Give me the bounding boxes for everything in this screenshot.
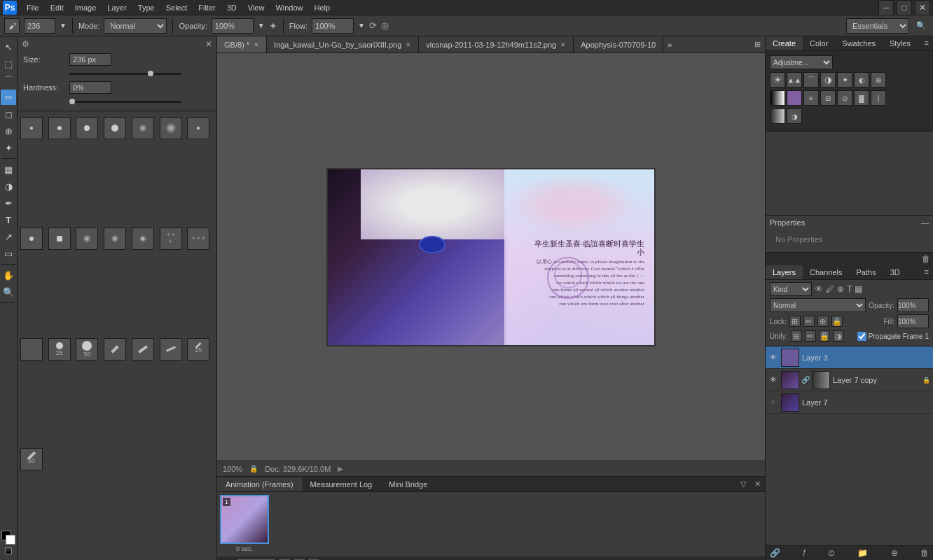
canvas-area[interactable]: 卒生新生圣喜·临誼喜断时喜学生小 以 用心 to carefully come,… (217, 53, 765, 461)
status-arrow[interactable]: ▶ (338, 465, 343, 472)
tab-swatches[interactable]: Swatches (835, 36, 883, 50)
frame-1-thumb[interactable]: 1 (220, 495, 269, 544)
tool-gradient[interactable]: ▦ (1, 162, 16, 177)
brush-preset-16[interactable]: 25 (48, 338, 71, 360)
tab-color[interactable]: Color (803, 36, 835, 50)
link-layers-btn[interactable]: 🔗 (770, 548, 780, 558)
menu-edit[interactable]: Edit (45, 2, 69, 13)
tab-create[interactable]: Create (766, 36, 803, 50)
adjustments-preset-select[interactable]: Adjustme... (770, 55, 833, 69)
tool-shape[interactable]: ▭ (1, 246, 16, 261)
bottom-panel-close[interactable]: ✕ (750, 477, 765, 491)
tab-overflow[interactable]: » (663, 38, 676, 52)
menu-window[interactable]: Window (270, 2, 308, 13)
tool-healing[interactable]: ✦ (1, 140, 16, 155)
frame-time[interactable]: 0 sec. (236, 545, 253, 552)
toggle-brush-panel[interactable]: ▼ (60, 22, 67, 29)
adj-brightness[interactable]: ☀ (770, 72, 785, 88)
adj-photo-filter[interactable] (787, 90, 802, 106)
brush-preset-8[interactable] (20, 227, 43, 250)
zoom-mode-icon[interactable]: 🔒 (249, 465, 258, 472)
tab-close-2[interactable]: ✕ (560, 41, 566, 48)
tool-move[interactable]: ↖ (1, 39, 16, 55)
tab-mini-bridge[interactable]: Mini Bridge (380, 477, 436, 491)
adj-color-balance[interactable]: ⊕ (871, 72, 886, 88)
minimize-button[interactable]: ─ (878, 0, 894, 15)
tool-hand[interactable]: ✋ (1, 267, 16, 283)
tool-path-select[interactable]: ↗ (1, 229, 16, 244)
fill-input[interactable] (897, 314, 929, 328)
adj-black-white[interactable] (770, 90, 785, 106)
tab-channels[interactable]: Channels (803, 265, 849, 279)
background-color[interactable] (6, 535, 15, 545)
quick-mask-icon[interactable] (5, 547, 12, 554)
smoothing-icon[interactable]: ⟳ (369, 20, 377, 31)
menu-layer[interactable]: Layer (102, 2, 132, 13)
brush-size-input[interactable] (24, 18, 55, 34)
menu-image[interactable]: Image (69, 2, 102, 13)
layer-blend-mode-select[interactable]: Normal (770, 298, 866, 312)
close-button[interactable]: ✕ (915, 0, 930, 15)
tab-apophysis[interactable]: Apophysis-070709-10 (574, 36, 663, 52)
tool-eraser[interactable]: ◻ (1, 106, 16, 122)
tool-pen[interactable]: ✒ (1, 195, 16, 211)
brush-preset-7[interactable] (187, 117, 209, 139)
adj-posterize[interactable]: ▓ (854, 90, 869, 106)
fg-bg-colors[interactable] (1, 531, 15, 545)
create-group-btn[interactable]: 📁 (857, 548, 868, 558)
layer-filter-icon[interactable]: ▦ (855, 284, 862, 294)
unify-position-btn[interactable]: ⊞ (791, 330, 802, 342)
menu-type[interactable]: Type (132, 2, 160, 13)
layer-7-copy-visibility[interactable]: 👁 (768, 375, 778, 385)
menu-filter[interactable]: Filter (193, 2, 221, 13)
tab-animation[interactable]: Animation (Frames) (217, 477, 302, 491)
tab-close-1[interactable]: ✕ (406, 41, 411, 48)
adj-hue-sat[interactable]: ◐ (854, 72, 869, 88)
flow-input[interactable] (312, 18, 354, 34)
unify-mode-btn[interactable]: ◑ (833, 330, 844, 342)
layer-7-visibility[interactable]: 👁 (768, 398, 778, 407)
flow-dropdown[interactable]: ▼ (358, 22, 365, 29)
tab-3d[interactable]: 3D (883, 265, 907, 279)
unify-paint-btn[interactable]: ✏ (805, 330, 816, 342)
brush-preset-6[interactable] (160, 117, 182, 139)
tab-measurement[interactable]: Measurement Log (302, 477, 381, 491)
layer-3-item[interactable]: 👁 Layer 3 (766, 346, 933, 369)
tablet-pressure-icon[interactable]: ◎ (381, 20, 389, 31)
adj-levels[interactable]: ▲▲ (787, 72, 802, 88)
add-mask-btn[interactable]: ⊙ (828, 548, 835, 558)
brush-preset-15[interactable]: ⋯ (20, 338, 43, 360)
adj-vibrance[interactable]: ✦ (837, 72, 852, 88)
brush-size-field[interactable] (69, 53, 111, 66)
tool-clone[interactable]: ⊕ (1, 123, 16, 139)
brush-settings-icon[interactable]: ⚙ (22, 39, 29, 49)
layer-opacity-input[interactable] (897, 298, 929, 312)
brush-preset-22[interactable]: 50 (20, 448, 43, 470)
brush-preset-2[interactable] (48, 117, 71, 139)
opacity-dropdown[interactable]: ▼ (258, 22, 265, 29)
brush-preset-21[interactable]: 25 (187, 338, 209, 360)
airbrush-toggle[interactable]: ✦ (269, 20, 277, 31)
adj-gradient-map[interactable] (770, 108, 785, 124)
adj-channel-mixer[interactable]: ≡ (803, 90, 819, 106)
tab-current-doc[interactable]: GB/8) * ✕ (217, 36, 267, 52)
adj-color-lookup[interactable]: ⊟ (820, 90, 836, 106)
lock-all-btn[interactable]: 🔒 (831, 316, 843, 327)
tab-inga[interactable]: Inga_kawaii_Un-Go_by_saoriXIII.png ✕ (267, 36, 419, 52)
brush-preset-3[interactable] (76, 117, 98, 139)
brush-preset-18[interactable] (104, 338, 126, 360)
layer-3-visibility[interactable]: 👁 (768, 353, 778, 363)
tool-marquee[interactable]: ⬚ (1, 56, 16, 71)
brush-preset-13[interactable]: ✦✦✦ (160, 227, 182, 250)
brush-preset-17[interactable]: 50 (76, 338, 98, 360)
lock-position-btn[interactable]: ⊕ (817, 316, 829, 327)
layer-7-item[interactable]: 👁 Layer 7 (766, 391, 933, 414)
unify-all-btn[interactable]: 🔒 (819, 330, 830, 342)
menu-3d[interactable]: 3D (221, 2, 242, 13)
tab-vlcsnap[interactable]: vlcsnap-2011-03-19-12h49m11s2.png ✕ (419, 36, 574, 52)
layer-kind-select[interactable]: Kind (770, 282, 812, 296)
create-adj-layer-btn[interactable]: ⊕ (891, 548, 898, 558)
menu-file[interactable]: File (21, 2, 45, 13)
brush-preset-9[interactable] (48, 227, 71, 250)
maximize-button[interactable]: □ (897, 0, 912, 15)
